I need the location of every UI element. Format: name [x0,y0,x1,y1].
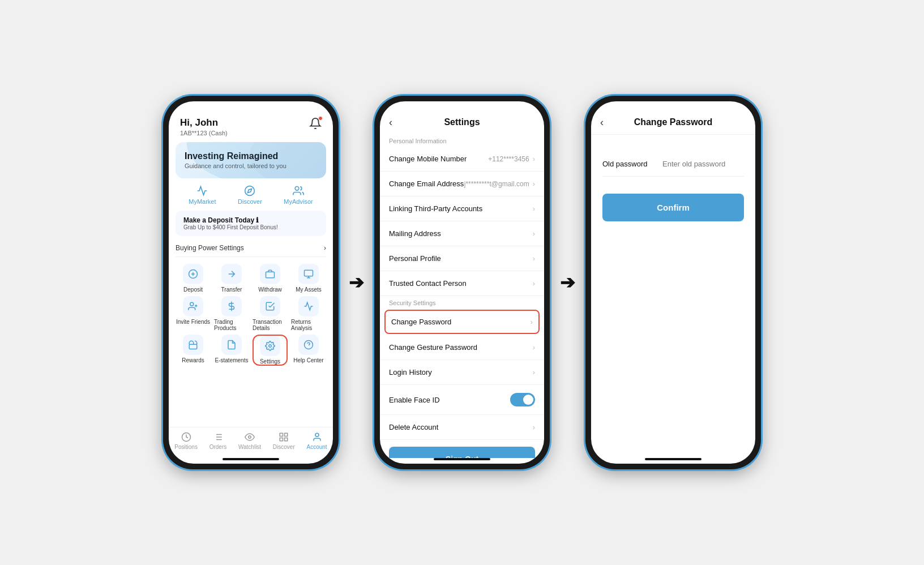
sign-out-button[interactable]: Sign Out [389,447,535,458]
settings-title: Settings [444,117,480,127]
chevron-icon: › [533,368,535,376]
myadvisor-nav[interactable]: MyAdvisor [284,185,313,205]
app-scene: Hi, John 1AB**123 (Cash) Investing Reima… [163,96,761,469]
discover-nav[interactable]: Discover [238,185,262,205]
invite-friends-action[interactable]: Invite Friends [176,296,211,331]
change-password-body: Old password Confirm [591,135,755,458]
deposit-sub: Grab Up to $400 First Deposit Bonus! [183,224,278,230]
svg-point-10 [190,302,194,306]
my-assets-action[interactable]: My Assets [291,264,326,293]
svg-point-4 [295,187,299,191]
deposit-banner[interactable]: Make a Deposit Today ℹ Grab Up to $400 F… [176,211,326,236]
deposit-action[interactable]: Deposit [176,264,211,293]
chevron-icon: › [531,318,533,326]
help-center-action[interactable]: Help Center [291,335,326,366]
chevron-icon: › [533,229,535,238]
svg-rect-14 [189,344,197,349]
old-password-row: Old password [602,152,744,177]
mymarket-nav[interactable]: MyMarket [189,185,216,205]
estatements-action[interactable]: E-statements [214,335,249,366]
chevron-icon: › [533,423,535,431]
greeting-text: Hi, John [180,117,228,129]
rewards-action[interactable]: Rewards [176,335,211,366]
phone-change-password: ‹ Change Password Old password Confirm [585,96,761,469]
svg-point-30 [315,433,319,436]
change-gesture-item[interactable]: Change Gesture Password › [380,335,544,360]
login-history-item[interactable]: Login History › [380,360,544,385]
change-password-header: ‹ Change Password [591,101,755,135]
hero-title: Investing Reimagined [185,151,317,161]
personal-info-label: Personal Information [380,134,544,147]
chevron-icon: › [533,279,535,288]
discover-label: Discover [238,198,262,205]
home-indicator [434,458,490,460]
face-id-toggle[interactable] [510,393,535,406]
linking-third-party-item[interactable]: Linking Third-Party Accounts › [380,196,544,221]
svg-rect-26 [280,433,283,436]
svg-rect-29 [280,438,283,441]
back-button[interactable]: ‹ [389,117,392,129]
grid-actions: Deposit Transfer Withdraw My Assets [169,260,333,369]
chevron-icon: › [533,254,535,263]
back-button[interactable]: ‹ [600,117,604,129]
returns-analysis-action[interactable]: Returns Analysis [291,296,326,331]
tab-positions[interactable]: Positions [174,432,198,450]
svg-point-2 [245,186,255,196]
settings-list: Personal Information Change Mobile Numbe… [380,134,544,458]
svg-rect-8 [266,272,275,278]
home-indicator [223,458,279,460]
mymarket-label: MyMarket [189,198,216,205]
old-password-input[interactable] [662,160,755,168]
transaction-details-action[interactable]: Transaction Details [253,296,288,331]
phone-settings: ‹ Settings Personal Information Change M… [374,96,550,469]
svg-rect-28 [285,438,288,441]
chevron-icon: › [533,204,535,213]
deposit-title: Make a Deposit Today ℹ [183,216,278,224]
account-id: 1AB**123 (Cash) [180,130,228,136]
settings-header: ‹ Settings [380,101,544,134]
phone-home: Hi, John 1AB**123 (Cash) Investing Reima… [163,96,339,469]
svg-point-15 [269,345,272,348]
personal-profile-item[interactable]: Personal Profile › [380,246,544,271]
enable-face-id-item[interactable]: Enable Face ID [380,385,544,415]
tab-orders[interactable]: Orders [209,432,227,450]
nav-icons: MyMarket Discover [169,178,333,208]
tab-account[interactable]: Account [306,432,327,450]
chevron-icon: › [533,179,535,188]
chevron-icon: › [533,155,535,163]
trusted-contact-item[interactable]: Trusted Contact Person › [380,271,544,296]
svg-rect-9 [305,270,313,276]
change-password-title: Change Password [634,117,713,127]
change-mobile-item[interactable]: Change Mobile Number +112****3456 › [380,147,544,172]
bottom-tabs: Positions Orders Watchlist Discover [169,427,333,458]
home-indicator [645,458,701,460]
arrow-2: ➔ [560,272,575,293]
settings-action[interactable]: Settings [253,335,288,366]
myadvisor-label: MyAdvisor [284,198,313,205]
change-email-item[interactable]: Change Email Address j*********t@gmail.c… [380,172,544,196]
svg-point-25 [249,436,251,439]
svg-marker-3 [248,189,252,192]
transfer-action[interactable]: Transfer [214,264,249,293]
tab-watchlist[interactable]: Watchlist [238,432,261,450]
delete-account-item[interactable]: Delete Account › [380,415,544,440]
mailing-address-item[interactable]: Mailing Address › [380,221,544,246]
confirm-button[interactable]: Confirm [602,194,744,221]
change-password-item[interactable]: Change Password › [384,310,540,334]
hero-subtitle: Guidance and control, tailored to you [185,162,317,169]
buying-power-label: Buying Power Settings [176,244,244,252]
tab-discover[interactable]: Discover [273,432,295,450]
hero-banner: Investing Reimagined Guidance and contro… [176,142,326,178]
arrow-1: ➔ [349,272,364,293]
withdraw-action[interactable]: Withdraw [253,264,288,293]
buying-power-row[interactable]: Buying Power Settings › [176,239,326,257]
svg-rect-27 [285,433,288,436]
notification-badge [318,116,323,121]
old-password-label: Old password [602,160,653,168]
security-settings-label: Security Settings [380,296,544,309]
buying-power-chevron: › [324,244,326,252]
bell-icon[interactable] [309,117,322,130]
chevron-icon: › [533,343,535,352]
trading-products-action[interactable]: Trading Products [214,296,249,331]
